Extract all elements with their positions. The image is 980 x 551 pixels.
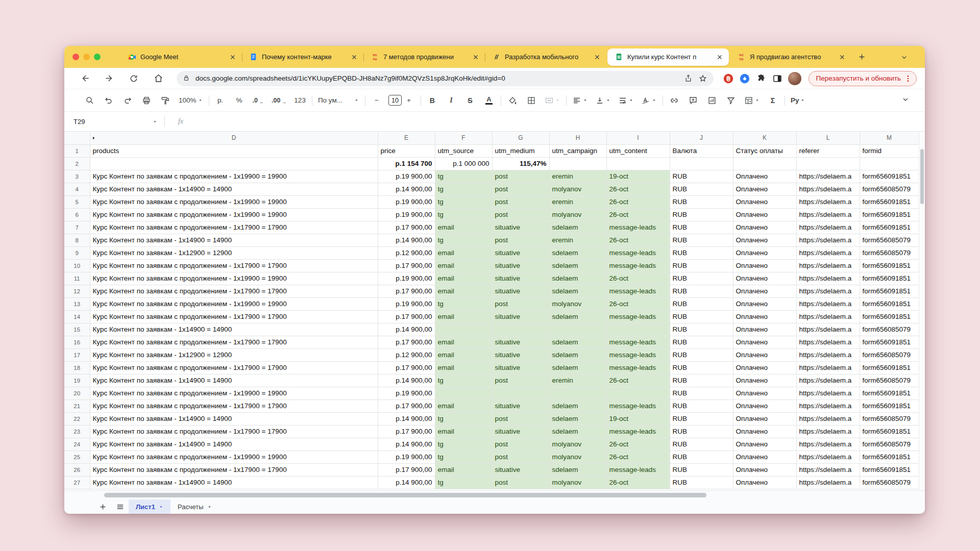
increase-decimal-button[interactable]: .00→ xyxy=(270,93,288,108)
column-header-H[interactable]: H xyxy=(549,132,606,144)
cell-F2[interactable]: р.1 000 000 xyxy=(435,157,492,170)
cell-J12[interactable]: RUB xyxy=(670,285,733,297)
cell-E23[interactable]: р.17 900,00 xyxy=(378,425,435,438)
row-header-17[interactable]: 17 xyxy=(64,348,90,361)
font-size-input[interactable]: 10 xyxy=(388,95,402,106)
cell-H15[interactable] xyxy=(549,323,606,336)
cell-D6[interactable]: Курс Контент по заявкам с продолжением -… xyxy=(90,208,378,221)
cell-L1[interactable]: referer xyxy=(796,144,860,157)
cell-M26[interactable]: form656091851 xyxy=(860,463,919,476)
cell-K12[interactable]: Оплачено xyxy=(733,285,796,297)
cell-H22[interactable]: sdelaem xyxy=(549,412,606,425)
row-header-15[interactable]: 15 xyxy=(64,323,90,336)
cell-D14[interactable]: Курс Контент по заявкам с продолжением -… xyxy=(90,310,378,323)
cell-E26[interactable]: р.17 900,00 xyxy=(378,463,435,476)
cell-F3[interactable]: tg xyxy=(435,170,492,183)
browser-tab[interactable]: vcruЯ продвигаю агентство xyxy=(730,46,851,68)
italic-button[interactable]: I xyxy=(444,93,458,108)
cell-D13[interactable]: Курс Контент по заявкам с продолжением -… xyxy=(90,297,378,310)
cell-I12[interactable]: message-leads xyxy=(606,285,670,297)
cell-G15[interactable] xyxy=(492,323,549,336)
cell-M23[interactable]: form656091851 xyxy=(860,425,919,438)
cell-I2[interactable] xyxy=(606,157,670,170)
add-sheet-button[interactable] xyxy=(94,499,111,514)
cell-J8[interactable]: RUB xyxy=(670,234,733,246)
cell-M4[interactable]: form656085079 xyxy=(860,183,919,195)
sheet-tab-Лист1[interactable]: Лист1 xyxy=(129,499,170,514)
cell-G18[interactable]: situative xyxy=(492,361,549,374)
browser-tab[interactable]: //Разработка мобильного xyxy=(485,46,606,68)
row-header-16[interactable]: 16 xyxy=(64,336,90,348)
cell-I23[interactable]: message-leads xyxy=(606,425,670,438)
cell-L18[interactable]: https://sdelaem.a xyxy=(796,361,860,374)
adblock-extension-icon[interactable] xyxy=(723,73,734,84)
cell-M12[interactable]: form656091851 xyxy=(860,285,919,297)
undo-button[interactable] xyxy=(102,93,116,108)
cell-F8[interactable]: tg xyxy=(435,234,492,246)
cell-E20[interactable]: р.19 900,00 xyxy=(378,387,435,399)
cell-G4[interactable]: post xyxy=(492,183,549,195)
row-header-12[interactable]: 12 xyxy=(64,285,90,297)
cell-L7[interactable]: https://sdelaem.a xyxy=(796,221,860,234)
cell-J25[interactable]: RUB xyxy=(670,450,733,463)
cell-M15[interactable]: form656085079 xyxy=(860,323,919,336)
cell-L25[interactable]: https://sdelaem.a xyxy=(796,450,860,463)
cell-M2[interactable] xyxy=(860,157,919,170)
cell-F13[interactable]: tg xyxy=(435,297,492,310)
row-header-25[interactable]: 25 xyxy=(64,450,90,463)
cell-E11[interactable]: р.19 900,00 xyxy=(378,272,435,285)
cell-E18[interactable]: р.17 900,00 xyxy=(378,361,435,374)
cell-E21[interactable]: р.17 900,00 xyxy=(378,399,435,412)
row-header-24[interactable]: 24 xyxy=(64,438,90,450)
sheet-tab-Расчеты[interactable]: Расчеты xyxy=(170,499,219,514)
cell-K6[interactable]: Оплачено xyxy=(733,208,796,221)
cell-E7[interactable]: р.17 900,00 xyxy=(378,221,435,234)
cell-G26[interactable]: situative xyxy=(492,463,549,476)
cell-D22[interactable]: Курс Контент по заявкам - 1х14900 = 1490… xyxy=(90,412,378,425)
row-header-10[interactable]: 10 xyxy=(64,259,90,272)
cell-F25[interactable]: tg xyxy=(435,450,492,463)
cell-D3[interactable]: Курс Контент по заявкам с продолжением -… xyxy=(90,170,378,183)
cell-D18[interactable]: Курс Контент по заявкам с продолжением -… xyxy=(90,361,378,374)
cell-K26[interactable]: Оплачено xyxy=(733,463,796,476)
font-select[interactable]: По ум... xyxy=(316,93,360,108)
cell-D21[interactable]: Курс Контент по заявкам с продолжением -… xyxy=(90,399,378,412)
zoom-select[interactable]: 100% xyxy=(177,93,204,108)
cell-F7[interactable]: email xyxy=(435,221,492,234)
cell-M7[interactable]: form656091851 xyxy=(860,221,919,234)
cell-E9[interactable]: р.12 900,00 xyxy=(378,246,435,259)
cell-H2[interactable] xyxy=(549,157,606,170)
tab-close-icon[interactable] xyxy=(472,53,480,61)
cell-D20[interactable]: Курс Контент по заявкам с продолжением -… xyxy=(90,387,378,399)
row-header-27[interactable]: 27 xyxy=(64,476,90,489)
cell-F15[interactable] xyxy=(435,323,492,336)
cell-G12[interactable]: situative xyxy=(492,285,549,297)
column-header-D[interactable]: D xyxy=(90,132,378,144)
fill-color-button[interactable] xyxy=(505,93,520,108)
row-header-1[interactable]: 1 xyxy=(64,144,90,157)
row-header-13[interactable]: 13 xyxy=(64,297,90,310)
bold-button[interactable]: B xyxy=(425,93,439,108)
url-omnibox[interactable]: docs.google.com/spreadsheets/d/1icYKUupy… xyxy=(177,71,714,86)
cell-G27[interactable]: post xyxy=(492,476,549,489)
cell-G25[interactable]: post xyxy=(492,450,549,463)
cell-F18[interactable]: email xyxy=(435,361,492,374)
cell-M13[interactable]: form656091851 xyxy=(860,297,919,310)
profile-avatar[interactable] xyxy=(788,72,801,85)
format-currency-button[interactable]: р. xyxy=(213,93,228,108)
cell-J26[interactable]: RUB xyxy=(670,463,733,476)
cell-G21[interactable]: situative xyxy=(492,399,549,412)
cell-K17[interactable]: Оплачено xyxy=(733,348,796,361)
cell-H26[interactable]: sdelaem xyxy=(549,463,606,476)
hidden-columns-marker-icon[interactable] xyxy=(91,135,96,141)
cell-G11[interactable]: situative xyxy=(492,272,549,285)
print-button[interactable] xyxy=(139,93,154,108)
increase-font-size-button[interactable]: + xyxy=(402,93,416,108)
cell-E27[interactable]: р.14 900,00 xyxy=(378,476,435,489)
cell-I4[interactable]: 26-oct xyxy=(606,183,670,195)
cell-M6[interactable]: form656091851 xyxy=(860,208,919,221)
cell-H6[interactable]: molyanov xyxy=(549,208,606,221)
cell-L23[interactable]: https://sdelaem.a xyxy=(796,425,860,438)
text-rotation-button[interactable] xyxy=(640,93,658,108)
insert-link-button[interactable] xyxy=(667,93,681,108)
